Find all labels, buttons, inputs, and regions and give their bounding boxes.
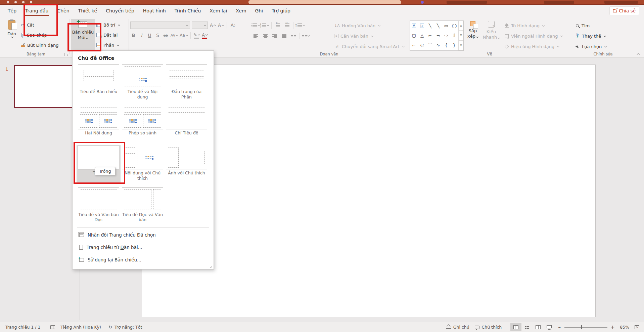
text-highlight-button[interactable]: ✎ [193, 32, 200, 39]
zoom-out-button[interactable]: – [557, 324, 561, 330]
select-button[interactable]: Lựa chọn [574, 42, 608, 51]
tab-home[interactable]: Trang đầu [21, 5, 53, 17]
undo-icon[interactable] [22, 1, 25, 3]
clear-formatting-button[interactable]: A◊ [230, 22, 236, 29]
section-button[interactable]: Phần [95, 40, 121, 50]
tab-slide-show[interactable]: Trình Chiếu [170, 5, 205, 17]
search-box[interactable] [248, 0, 401, 4]
layout-option-section[interactable]: Đầu trang của Phần [165, 64, 209, 101]
line-spacing-button[interactable]: ↕ [295, 22, 304, 29]
shape-glyph[interactable]: ∿ [436, 43, 440, 47]
zoom-slider[interactable] [564, 327, 607, 328]
tab-insert[interactable]: Chèn [53, 5, 74, 17]
text-direction-button[interactable]: ↓AHướng Văn bản [333, 21, 406, 30]
copy-button[interactable]: Sao chép [19, 30, 60, 40]
font-color-button[interactable]: A [201, 32, 208, 39]
shape-glyph[interactable]: ╲ [437, 24, 440, 28]
share-button[interactable]: Chia sẻ [609, 6, 639, 15]
paste-button[interactable]: Dán [4, 19, 19, 51]
reset-button[interactable]: Đặt lại [95, 30, 121, 40]
layout-option-vertical-title[interactable]: Tiêu đề Dọc và Văn bản [121, 186, 165, 224]
reading-view-button[interactable] [533, 323, 544, 331]
menu-item-slides-from-outline[interactable]: Trang chiếu từ Dàn bài... [77, 241, 214, 254]
shape-glyph[interactable]: ◯ [452, 24, 457, 28]
replace-button[interactable]: bcThay thế [574, 32, 608, 40]
menu-item-duplicate-selected-slides[interactable]: Nhân đôi Trang chiếu Đã chọn [77, 229, 214, 241]
fit-slide-button[interactable] [632, 322, 644, 332]
layout-option-blank[interactable]: Trống [77, 145, 121, 182]
slide-counter[interactable]: Trang chiếu 1 / 1 [0, 322, 43, 332]
shrink-font-button[interactable]: A [218, 22, 224, 29]
text-shadow-button[interactable]: S [154, 32, 161, 39]
shape-glyph[interactable]: ╲ [429, 24, 431, 28]
shape-glyph[interactable]: A [412, 24, 416, 28]
shape-glyph[interactable]: ℮ [420, 43, 424, 47]
align-right-button[interactable] [270, 32, 279, 39]
increase-indent-button[interactable]: → [283, 22, 291, 29]
tab-record[interactable]: Ghi [251, 5, 268, 17]
shape-glyph[interactable]: ▢ [412, 33, 416, 38]
shape-outline-button[interactable]: Viền ngoài Hình dạng [503, 32, 564, 40]
shape-effects-button[interactable]: Hiệu ứng Hình dạng [503, 42, 564, 51]
zoom-level[interactable]: 85% [617, 322, 632, 332]
cut-button[interactable]: ✂Cắt [19, 20, 60, 30]
new-slide-button[interactable]: Bản chiếu Mới [71, 19, 95, 51]
tab-view[interactable]: Xem [231, 5, 250, 17]
slideshow-view-button[interactable] [544, 324, 555, 330]
account-avatar[interactable] [421, 1, 424, 4]
zoom-in-button[interactable]: + [610, 324, 614, 330]
quick-access-toolbar[interactable] [7, 1, 32, 3]
redo-icon[interactable] [30, 1, 32, 3]
shape-glyph[interactable]: △ [420, 33, 424, 38]
notes-button[interactable]: Ghi chú [444, 322, 472, 332]
shape-glyph[interactable]: ⇩ [453, 33, 456, 38]
shape-glyph[interactable]: { [445, 43, 448, 47]
tab-file[interactable]: Tệp [3, 5, 21, 17]
columns-button[interactable] [289, 32, 298, 39]
bold-button[interactable]: B [130, 32, 137, 39]
tab-design[interactable]: Thiết kế [74, 5, 102, 17]
slide-thumbnail[interactable] [14, 65, 74, 108]
shape-glyph[interactable]: ¬ [436, 33, 440, 38]
arrange-button[interactable]: Sắp xếp [464, 19, 482, 51]
change-case-button[interactable]: Aa [180, 32, 188, 39]
convert-to-smartart-button[interactable]: ⇄Chuyển đổi sang SmartArt [333, 42, 406, 51]
layout-option-comparison[interactable]: Phép so sánh [121, 105, 165, 141]
shape-glyph[interactable]: ▷ [420, 24, 424, 28]
shape-glyph[interactable]: ⌐ [428, 33, 432, 38]
tab-transitions[interactable]: Chuyển tiếp [101, 5, 139, 17]
tab-animations[interactable]: Hoạt hình [139, 5, 170, 17]
shape-glyph[interactable]: ⌐ [412, 43, 416, 47]
shapes-gallery-more-button[interactable]: ▼ [459, 41, 463, 50]
slide-sorter-view-button[interactable] [521, 323, 533, 331]
font-size-combo[interactable] [192, 22, 208, 29]
quick-styles-button[interactable]: Kiểu Nhanh [482, 19, 501, 51]
align-center-button[interactable] [261, 32, 270, 39]
shape-glyph[interactable]: } [453, 43, 456, 47]
strikethrough-button[interactable]: ab [163, 32, 169, 39]
collapse-ribbon-button[interactable] [637, 52, 640, 55]
character-spacing-button[interactable]: AV [171, 32, 178, 39]
grow-font-button[interactable]: A [210, 22, 216, 29]
find-button[interactable]: Tìm [574, 21, 608, 30]
accessibility-indicator[interactable]: ↻Trợ năng: Tốt [106, 322, 145, 332]
font-dialog-launcher[interactable] [245, 53, 248, 56]
format-painter-button[interactable]: Bút Định dạng [19, 40, 60, 50]
shapes-scroll-down-button[interactable]: ▼ [459, 31, 463, 40]
underline-button[interactable]: U [146, 32, 153, 39]
clipboard-dialog-launcher[interactable] [64, 53, 67, 56]
autosave-icon[interactable] [7, 1, 9, 3]
shape-glyph[interactable]: ⇨ [445, 33, 448, 38]
layout-button[interactable]: Bố trí [95, 20, 121, 30]
shape-glyph[interactable]: ▭ [444, 24, 448, 28]
italic-button[interactable]: I [138, 32, 145, 39]
layout-option-vertical-text[interactable]: Tiêu đề và Văn bản Dọc [77, 186, 121, 224]
layout-option-title-only[interactable]: Chỉ Tiêu đề [165, 105, 209, 141]
add-remove-columns-button[interactable] [302, 32, 310, 39]
align-text-button[interactable]: ↕Căn Văn bản [333, 32, 406, 40]
layout-option-picture-caption[interactable]: Ảnh với Chú thích [165, 145, 209, 182]
layout-option-title[interactable]: Tiêu đề Bản chiếu [77, 64, 121, 101]
zoom-slider-handle[interactable] [581, 325, 583, 329]
decrease-indent-button[interactable]: ← [273, 22, 282, 29]
layout-option-title-content[interactable]: Tiêu đề và Nội dung [121, 64, 165, 101]
